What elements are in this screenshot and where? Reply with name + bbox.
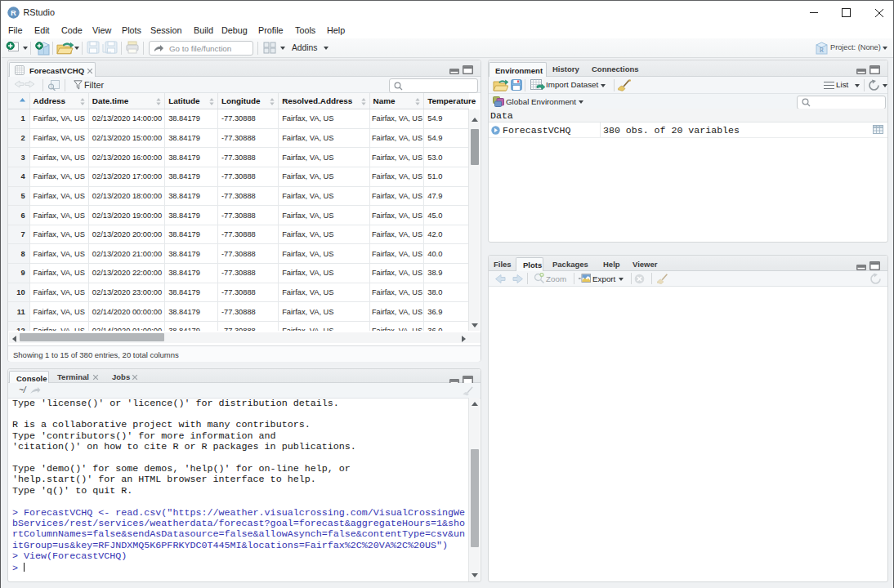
svg-text:R: R xyxy=(820,47,825,54)
svg-text:R: R xyxy=(11,8,16,17)
